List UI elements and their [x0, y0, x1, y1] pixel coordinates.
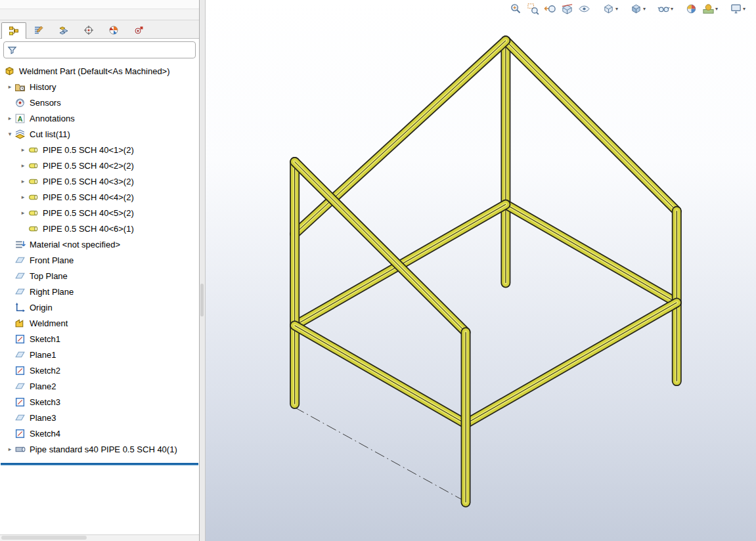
annotations-icon: A: [14, 113, 27, 124]
part-icon: [4, 66, 16, 77]
sketch-icon: [14, 365, 27, 376]
tree-item-label: PIPE 0.5 SCH 40<1>(2): [40, 145, 134, 155]
tree-item-sensors[interactable]: Sensors: [0, 95, 199, 110]
tree-item-weldment-part-default-as-machined[interactable]: Weldment Part (Default<As Machined>): [0, 63, 199, 79]
tab-propertymanager[interactable]: [26, 22, 51, 38]
view-orientation-button[interactable]: ▾: [601, 2, 619, 16]
view-settings-icon: [730, 3, 742, 15]
expand-arrow-icon[interactable]: ▸: [18, 146, 28, 153]
pipe-rail-front-right[interactable]: [466, 303, 677, 424]
zoom-to-fit-button[interactable]: [508, 2, 523, 16]
tree-item-label: Sensors: [27, 98, 61, 108]
tree-item-pipe-0-5-sch-40-6-1[interactable]: PIPE 0.5 SCH 40<6>(1): [0, 221, 199, 236]
tree-item-material-not-specified[interactable]: Material <not specified>: [0, 236, 199, 252]
tree-item-label: Origin: [27, 303, 53, 313]
section-view-icon: [561, 3, 573, 15]
annotation-views-icon: [578, 3, 590, 15]
zoom-to-area-button[interactable]: [525, 2, 541, 16]
tree-item-label: PIPE 0.5 SCH 40<5>(2): [40, 208, 134, 218]
tree-item-origin[interactable]: Origin: [0, 299, 199, 315]
tree-item-sketch1[interactable]: Sketch1: [0, 331, 199, 347]
hide-show-icon: [657, 3, 670, 15]
tree-item-pipe-0-5-sch-40-3-2[interactable]: ▸PIPE 0.5 SCH 40<3>(2): [0, 173, 199, 189]
dropdown-arrow-icon[interactable]: ▾: [715, 7, 718, 12]
plane-icon: [14, 286, 27, 297]
construction-line[interactable]: [295, 408, 466, 502]
weldment-model[interactable]: [206, 0, 756, 541]
tree-item-plane1[interactable]: Plane1: [0, 347, 199, 362]
tree-item-pipe-0-5-sch-40-5-2[interactable]: ▸PIPE 0.5 SCH 40<5>(2): [0, 205, 199, 221]
pipe-peak-brace-left[interactable]: [295, 41, 506, 234]
tree-item-plane3[interactable]: Plane3: [0, 410, 199, 425]
expand-arrow-icon[interactable]: ▸: [5, 446, 14, 452]
dropdown-arrow-icon[interactable]: ▾: [643, 7, 646, 12]
edit-appearance-button[interactable]: [684, 2, 699, 16]
expand-arrow-icon[interactable]: ▸: [18, 194, 28, 200]
tree-item-label: Weldment: [27, 318, 68, 328]
pipe-rail-back-right[interactable]: [506, 204, 677, 303]
heads-up-toolbar: ▾▾▾▾▾: [508, 2, 747, 16]
expand-arrow-icon[interactable]: ▸: [18, 209, 28, 216]
pipe-rail-left-front[interactable]: [295, 326, 466, 424]
tree-item-label: Sketch4: [27, 429, 60, 439]
tree-item-pipe-0-5-sch-40-4-2[interactable]: ▸PIPE 0.5 SCH 40<4>(2): [0, 189, 199, 205]
expand-arrow-icon[interactable]: ▸: [5, 115, 14, 121]
tree-item-cut-list-11[interactable]: ▾Cut list(11): [0, 126, 199, 142]
plane-icon: [14, 270, 27, 282]
filter-funnel-icon[interactable]: [7, 45, 20, 55]
tab-dimxpertmanager[interactable]: [76, 22, 101, 38]
tree-item-sketch2[interactable]: Sketch2: [0, 362, 199, 378]
panel-horizontal-scrollbar[interactable]: [0, 534, 199, 541]
panel-splitter[interactable]: [200, 0, 206, 541]
weldment-icon: [14, 318, 27, 329]
tab-configurationmanager[interactable]: [51, 22, 76, 38]
hide-show-items-button[interactable]: ▾: [656, 2, 675, 16]
tree-item-sketch3[interactable]: Sketch3: [0, 394, 199, 410]
tree-item-sketch4[interactable]: Sketch4: [0, 425, 199, 441]
filter-input[interactable]: [20, 45, 192, 55]
graphics-viewport[interactable]: ▾▾▾▾▾: [206, 0, 756, 541]
tree-item-front-plane[interactable]: Front Plane: [0, 252, 199, 268]
dropdown-arrow-icon[interactable]: ▾: [671, 7, 673, 12]
cutitem-icon: [28, 160, 40, 171]
tree-item-annotations[interactable]: ▸AAnnotations: [0, 110, 199, 126]
rollback-bar[interactable]: [1, 463, 198, 465]
cutitem-icon: [28, 176, 40, 187]
expand-arrow-icon[interactable]: ▾: [5, 131, 14, 137]
section-view-button[interactable]: [560, 2, 575, 16]
expand-arrow-icon[interactable]: ▸: [18, 162, 28, 169]
tab-displaymanager[interactable]: [101, 22, 126, 38]
dynamic-annotation-views-button[interactable]: [577, 2, 592, 16]
previous-view-button[interactable]: [543, 2, 558, 16]
view-settings-button[interactable]: ▾: [728, 2, 747, 16]
filter-row: [0, 39, 199, 61]
history-icon: [14, 81, 27, 93]
expand-arrow-icon[interactable]: ▸: [5, 83, 14, 90]
configurations-icon: [58, 25, 69, 35]
apply-scene-button[interactable]: ▾: [701, 2, 719, 16]
tree-item-top-plane[interactable]: Top Plane: [0, 268, 199, 284]
tree-item-plane2[interactable]: Plane2: [0, 378, 199, 394]
tree-item-right-plane[interactable]: Right Plane: [0, 284, 199, 299]
tree-item-history[interactable]: ▸History: [0, 79, 199, 95]
tree-item-pipe-0-5-sch-40-2-2[interactable]: ▸PIPE 0.5 SCH 40<2>(2): [0, 158, 199, 173]
scrollbar-thumb[interactable]: [1, 536, 87, 540]
cutitem-icon: [28, 144, 40, 156]
pipe-peak-brace-right[interactable]: [506, 41, 677, 211]
sensors-icon: [14, 97, 27, 108]
splitter-collapse-handle[interactable]: [200, 284, 204, 316]
tab-featuremanager[interactable]: [1, 22, 26, 39]
tab-cam-manager[interactable]: [126, 22, 151, 38]
dropdown-arrow-icon[interactable]: ▾: [743, 7, 745, 12]
display-style-button[interactable]: ▾: [629, 2, 647, 16]
tree-item-pipe-standard-s40-pipe-0-5-sch-40-1[interactable]: ▸Pipe standard s40 PIPE 0.5 SCH 40(1): [0, 441, 199, 457]
tree-item-weldment[interactable]: Weldment: [0, 315, 199, 331]
feature-manager-panel: Weldment Part (Default<As Machined>)▸His…: [0, 0, 200, 541]
expand-arrow-icon[interactable]: ▸: [18, 178, 28, 184]
dropdown-arrow-icon[interactable]: ▾: [615, 7, 618, 12]
tree-item-pipe-0-5-sch-40-1-2[interactable]: ▸PIPE 0.5 SCH 40<1>(2): [0, 142, 199, 158]
tree-item-label: Annotations: [27, 114, 75, 123]
tree-item-label: Sketch3: [27, 397, 60, 407]
feature-tree-icon: [9, 26, 19, 36]
display-icon: [108, 25, 119, 35]
